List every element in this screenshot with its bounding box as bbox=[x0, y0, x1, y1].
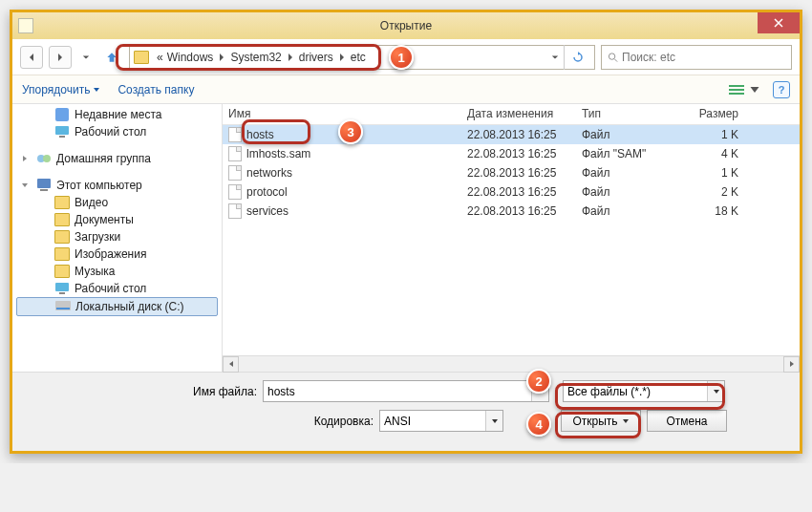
tree-recent[interactable]: Недавние места bbox=[16, 106, 218, 123]
file-icon bbox=[228, 165, 242, 181]
file-rows[interactable]: hosts 22.08.2013 16:25 Файл 1 K lmhosts.… bbox=[223, 125, 800, 355]
close-icon bbox=[774, 18, 783, 28]
svg-rect-3 bbox=[729, 93, 744, 95]
open-button[interactable]: Открыть bbox=[561, 410, 641, 432]
chevron-down-icon[interactable] bbox=[707, 381, 724, 401]
open-dialog: Открытие « Windows System32 drivers etc bbox=[10, 10, 802, 454]
annotation-badge-4: 4 bbox=[526, 412, 551, 437]
close-button[interactable] bbox=[758, 12, 800, 33]
file-list: Имя Дата изменения Тип Размер hosts 22.0… bbox=[223, 104, 800, 372]
file-row[interactable]: networks 22.08.2013 16:25 Файл 1 K bbox=[223, 163, 800, 182]
tree-pictures[interactable]: Изображения bbox=[16, 245, 218, 263]
back-button[interactable] bbox=[20, 46, 43, 69]
dialog-body: Недавние места Рабочий стол Домашняя гру… bbox=[12, 104, 800, 372]
recent-locations-button[interactable] bbox=[77, 53, 95, 61]
annotation-badge-1: 1 bbox=[389, 45, 414, 70]
encoding-select[interactable]: ANSI bbox=[379, 410, 503, 432]
breadcrumb[interactable]: « Windows System32 drivers etc bbox=[155, 51, 368, 64]
file-row[interactable]: services 22.08.2013 16:25 Файл 18 K bbox=[223, 202, 800, 221]
toolbar: Упорядочить Создать папку ? bbox=[12, 75, 800, 104]
file-row[interactable]: protocol 22.08.2013 16:25 Файл 2 K bbox=[223, 182, 800, 202]
svg-rect-4 bbox=[55, 108, 69, 121]
bottom-panel: Имя файла: hosts Все файлы (*.*) Кодиров… bbox=[12, 372, 800, 451]
cancel-button[interactable]: Отмена bbox=[647, 410, 727, 432]
svg-point-0 bbox=[609, 53, 614, 58]
file-icon bbox=[228, 203, 242, 219]
tree-local-disk[interactable]: Локальный диск (C:) bbox=[16, 297, 218, 316]
file-icon bbox=[228, 184, 242, 200]
folder-icon bbox=[134, 51, 149, 64]
tree-documents[interactable]: Документы bbox=[16, 211, 218, 228]
search-box[interactable] bbox=[601, 45, 792, 70]
file-icon bbox=[228, 127, 242, 142]
filetype-select[interactable]: Все файлы (*.*) bbox=[563, 380, 725, 402]
address-dropdown[interactable] bbox=[546, 46, 564, 69]
view-options[interactable] bbox=[724, 81, 767, 98]
file-row[interactable]: hosts 22.08.2013 16:25 Файл 1 K bbox=[223, 125, 800, 144]
file-icon bbox=[228, 146, 242, 161]
search-icon bbox=[608, 52, 618, 63]
col-size[interactable]: Размер bbox=[681, 104, 744, 124]
svg-rect-12 bbox=[59, 292, 65, 294]
svg-rect-11 bbox=[55, 283, 69, 291]
tree-homegroup[interactable]: Домашняя группа bbox=[16, 150, 218, 167]
help-button[interactable]: ? bbox=[773, 81, 790, 98]
up-button[interactable] bbox=[100, 46, 123, 69]
annotation-badge-2: 2 bbox=[526, 369, 551, 394]
nav-tree[interactable]: Недавние места Рабочий стол Домашняя гру… bbox=[12, 104, 223, 372]
svg-rect-2 bbox=[729, 89, 744, 91]
notepad-icon bbox=[18, 18, 33, 33]
organize-menu[interactable]: Упорядочить bbox=[22, 83, 100, 96]
refresh-button[interactable] bbox=[564, 45, 590, 70]
svg-point-8 bbox=[43, 155, 51, 162]
tree-videos[interactable]: Видео bbox=[16, 194, 218, 211]
file-row[interactable]: lmhosts.sam 22.08.2013 16:25 Файл "SAM" … bbox=[223, 144, 800, 163]
tree-desktop[interactable]: Рабочий стол bbox=[16, 123, 218, 140]
new-folder-button[interactable]: Создать папку bbox=[118, 83, 194, 96]
dialog-title: Открытие bbox=[380, 19, 432, 32]
chevron-down-icon[interactable] bbox=[485, 411, 502, 431]
h-scrollbar[interactable] bbox=[223, 355, 800, 372]
scroll-right[interactable] bbox=[783, 356, 800, 373]
address-bar[interactable]: « Windows System32 drivers etc bbox=[129, 45, 595, 70]
tree-music[interactable]: Музыка bbox=[16, 263, 218, 280]
col-date[interactable]: Дата изменения bbox=[461, 104, 576, 124]
svg-rect-10 bbox=[40, 189, 48, 191]
titlebar: Открытие bbox=[12, 12, 800, 39]
svg-rect-14 bbox=[56, 308, 70, 309]
tree-this-pc[interactable]: Этот компьютер bbox=[16, 177, 218, 194]
forward-button[interactable] bbox=[49, 46, 72, 69]
svg-rect-9 bbox=[37, 179, 51, 188]
encoding-label: Кодировка: bbox=[24, 415, 379, 428]
filename-input[interactable]: hosts bbox=[263, 380, 549, 402]
filename-label: Имя файла: bbox=[24, 385, 263, 398]
column-headers[interactable]: Имя Дата изменения Тип Размер bbox=[223, 104, 800, 125]
svg-rect-1 bbox=[729, 85, 744, 87]
tree-downloads[interactable]: Загрузки bbox=[16, 228, 218, 245]
annotation-badge-3: 3 bbox=[338, 119, 363, 144]
svg-rect-5 bbox=[55, 126, 69, 135]
svg-rect-6 bbox=[59, 136, 65, 138]
col-type[interactable]: Тип bbox=[576, 104, 681, 124]
scroll-left[interactable] bbox=[223, 356, 239, 373]
search-input[interactable] bbox=[622, 51, 785, 64]
tree-desktop2[interactable]: Рабочий стол bbox=[16, 280, 218, 297]
